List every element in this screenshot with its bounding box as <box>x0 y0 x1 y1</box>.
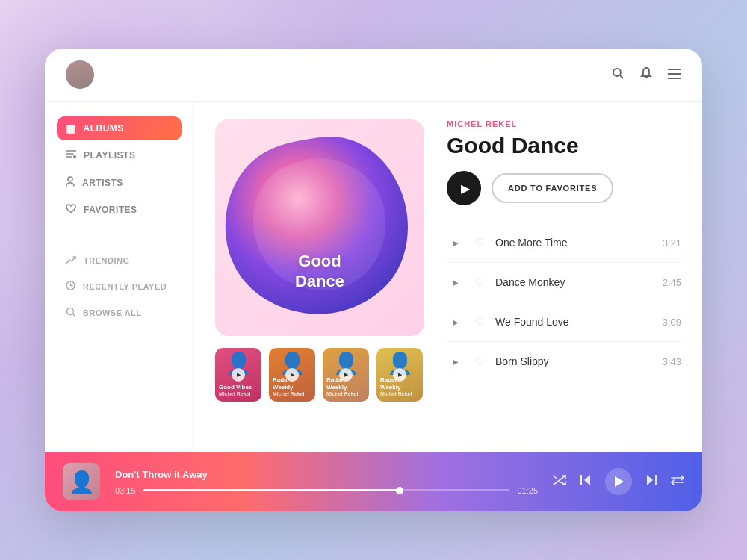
track-name-3: We Found Love <box>495 316 652 328</box>
bell-icon[interactable] <box>639 66 653 84</box>
album-section: Good Dance 👤 ▶ Good Vibes <box>215 119 424 434</box>
svg-marker-16 <box>584 475 590 485</box>
recently-played-label: RECENTLY PLAYED <box>83 282 167 291</box>
svg-line-1 <box>620 75 623 78</box>
sidebar-item-trending[interactable]: TRENDING <box>57 249 182 272</box>
track-duration-3: 3:09 <box>663 317 681 328</box>
thumbnails: 👤 ▶ Good Vibes Michel Rekel 👤 <box>215 348 424 402</box>
player-current-time: 03:15 <box>115 486 136 495</box>
recently-played-icon <box>66 281 75 292</box>
add-to-favorites-button[interactable]: ADD TO FAVORITES <box>492 173 613 203</box>
player-remaining-time: 01:25 <box>517 486 538 495</box>
shuffle-button[interactable] <box>553 475 566 488</box>
artists-label: ARTISTS <box>82 178 123 188</box>
sidebar-item-artists[interactable]: ARTISTS <box>57 170 182 195</box>
thumbnail-2[interactable]: 👤 ▶ Radar Weekly Michel Rekel <box>269 348 315 402</box>
track-like-4[interactable]: ♡ <box>475 355 485 367</box>
sidebar-item-albums[interactable]: ▦ ALBUMS <box>57 116 182 140</box>
track-like-1[interactable]: ♡ <box>475 237 485 249</box>
thumbnail-4[interactable]: 👤 ▶ Radar Weekly Michel Rekel <box>376 348 423 402</box>
player-bar: 👤 Don't Throw it Away 03:15 01:25 <box>45 452 702 511</box>
progress-fill <box>143 489 400 491</box>
thumb-subtitle-2: Michel Rekel <box>273 391 311 397</box>
track-title: Good Dance <box>447 133 681 158</box>
albums-icon: ▦ <box>66 122 76 134</box>
sidebar-item-browse-all[interactable]: BROWSE ALL <box>57 301 182 324</box>
trending-label: TRENDING <box>84 256 129 265</box>
track-name-4: Born Slippy <box>495 355 652 367</box>
thumb-label-3: Radar Weekly Michel Rekel <box>326 376 365 397</box>
sidebar-item-favorites[interactable]: FAVORITES <box>57 198 182 222</box>
next-button[interactable] <box>645 475 657 488</box>
track-like-3[interactable]: ♡ <box>475 316 485 328</box>
browse-all-label: BROWSE ALL <box>83 308 142 317</box>
thumb-play-1[interactable]: ▶ <box>232 368 245 382</box>
sidebar-primary-section: ▦ ALBUMS PLAYLISTS <box>57 116 182 222</box>
progress-container: 03:15 01:25 <box>115 486 538 495</box>
play-button-large[interactable]: ▶ <box>447 171 481 205</box>
sidebar-item-recently-played[interactable]: RECENTLY PLAYED <box>57 275 182 298</box>
player-thumb-figure: 👤 <box>69 470 95 494</box>
track-play-1[interactable]: ▶ <box>447 234 465 252</box>
progress-bar[interactable] <box>143 489 510 491</box>
main-content: ▦ ALBUMS PLAYLISTS <box>45 102 702 452</box>
album-art: Good Dance <box>215 119 424 336</box>
sidebar-secondary-section: TRENDING RECENTLY PLAYED <box>57 249 182 324</box>
avatar-image <box>66 60 94 89</box>
artist-name: MICHEL REKEL <box>447 119 681 128</box>
thumb-title-4: Radar Weekly <box>380 376 419 391</box>
track-item-3[interactable]: ▶ ♡ We Found Love 3:09 <box>447 302 681 342</box>
thumb-title-3: Radar Weekly <box>326 376 365 391</box>
track-play-2[interactable]: ▶ <box>447 273 465 291</box>
trending-icon <box>66 255 76 266</box>
album-blob <box>215 119 424 336</box>
svg-rect-17 <box>580 475 582 485</box>
svg-line-14 <box>554 476 557 479</box>
track-item-4[interactable]: ▶ ♡ Born Slippy 3:43 <box>447 342 681 381</box>
thumb-label-1: Good Vibes Michel Rekel <box>219 384 258 397</box>
thumb-subtitle-1: Michel Rekel <box>219 391 258 397</box>
menu-icon[interactable] <box>668 67 681 83</box>
repeat-button[interactable] <box>671 475 684 488</box>
svg-marker-18 <box>615 476 624 487</box>
thumb-label-4: Radar Weekly Michel Rekel <box>380 376 419 397</box>
track-duration-2: 2:45 <box>663 277 681 288</box>
sidebar-item-playlists[interactable]: PLAYLISTS <box>57 143 182 167</box>
album-overlay-line2: Dance <box>295 272 344 291</box>
track-item-2[interactable]: ▶ ♡ Dance Monkey 2:45 <box>447 263 681 302</box>
svg-marker-19 <box>647 475 653 485</box>
svg-point-9 <box>68 177 72 181</box>
track-duration-4: 3:43 <box>663 356 681 367</box>
track-duration-1: 3:21 <box>663 237 681 249</box>
header-icons <box>611 66 681 84</box>
track-name-2: Dance Monkey <box>495 276 652 288</box>
track-item-1[interactable]: ▶ ♡ One More Time 3:21 <box>447 223 681 263</box>
thumbnail-3[interactable]: 👤 ▶ Radar Weekly Michel Rekel <box>323 348 369 402</box>
svg-point-8 <box>73 155 76 158</box>
right-panel: Good Dance 👤 ▶ Good Vibes <box>194 102 702 452</box>
browse-all-icon <box>66 307 75 318</box>
album-overlay-line1: Good <box>295 252 344 271</box>
search-icon[interactable] <box>611 66 624 84</box>
svg-rect-20 <box>655 475 657 485</box>
track-like-2[interactable]: ♡ <box>475 276 485 288</box>
album-title-overlay: Good Dance <box>295 252 344 291</box>
artists-icon <box>66 176 75 189</box>
track-play-3[interactable]: ▶ <box>447 313 465 331</box>
sidebar-divider <box>57 240 182 240</box>
player-thumbnail: 👤 <box>63 463 100 500</box>
prev-button[interactable] <box>580 475 592 488</box>
player-progress-area: Don't Throw it Away 03:15 01:25 <box>115 469 538 495</box>
svg-point-0 <box>613 69 621 76</box>
track-name-1: One More Time <box>495 237 652 249</box>
avatar[interactable] <box>66 60 94 89</box>
thumb-subtitle-3: Michel Rekel <box>326 391 365 397</box>
progress-dot <box>396 487 403 494</box>
track-play-4[interactable]: ▶ <box>447 352 465 370</box>
svg-line-12 <box>73 314 75 317</box>
player-play-button[interactable] <box>605 468 632 495</box>
thumbnail-1[interactable]: 👤 ▶ Good Vibes Michel Rekel <box>215 348 261 402</box>
thumb-subtitle-4: Michel Rekel <box>380 391 419 397</box>
playlists-icon <box>66 149 76 161</box>
track-list: ▶ ♡ One More Time 3:21 ▶ ♡ Dance Monkey … <box>447 223 681 434</box>
